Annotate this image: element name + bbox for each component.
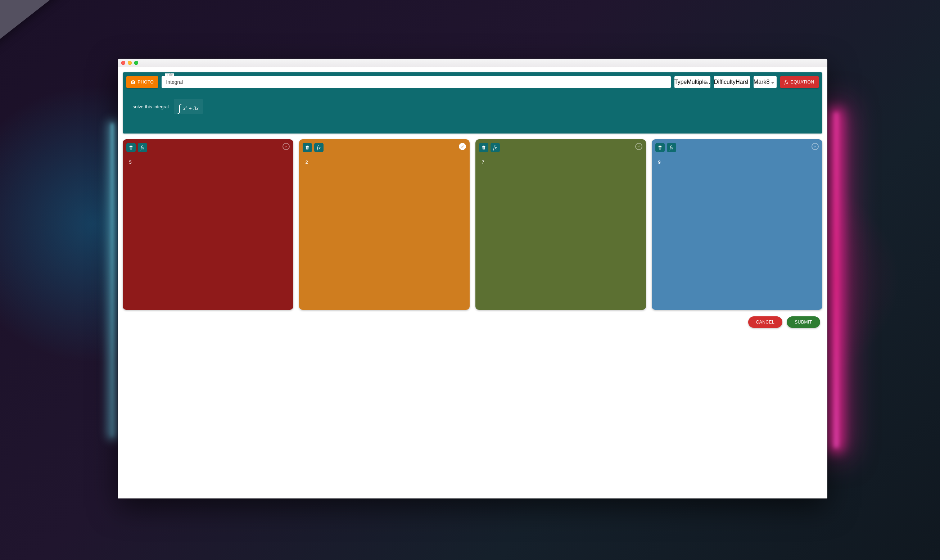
delete-icon[interactable]	[479, 143, 488, 152]
equation-button-label: EQUATION	[791, 80, 814, 85]
minimize-dot[interactable]	[128, 61, 132, 65]
answer-card[interactable]: fx5	[123, 139, 293, 310]
chevron-down-icon	[771, 79, 774, 85]
answer-value: 9	[655, 152, 819, 168]
chevron-down-icon	[744, 79, 748, 85]
question-body: solve this integral ∫ x2 + 3x	[126, 88, 819, 128]
equation-display: ∫ x2 + 3x	[174, 99, 203, 114]
card-header: fx	[655, 143, 819, 152]
equation-button[interactable]: fx EQUATION	[780, 76, 819, 88]
answer-card[interactable]: fx7	[475, 139, 646, 310]
camera-icon	[131, 80, 136, 84]
difficulty-value: Hard	[735, 79, 750, 85]
check-circle-icon[interactable]	[812, 143, 819, 150]
footer-actions: CANCEL SUBMIT	[123, 310, 822, 329]
title-field[interactable]: Title	[162, 76, 671, 88]
app-window: PHOTO Title Type Multiple… Difficulty Ha…	[118, 58, 827, 498]
check-circle-icon[interactable]	[635, 143, 642, 150]
delete-icon[interactable]	[126, 143, 136, 152]
correct-check-icon[interactable]	[459, 143, 466, 150]
mark-select[interactable]: Mark 8	[754, 76, 777, 88]
question-toolbar: PHOTO Title Type Multiple… Difficulty Ha…	[126, 76, 819, 88]
fx-icon[interactable]: fx	[314, 143, 323, 152]
cancel-button[interactable]: CANCEL	[748, 316, 783, 328]
chevron-down-icon	[705, 79, 708, 85]
delete-icon[interactable]	[655, 143, 665, 152]
answer-value: 2	[303, 152, 466, 168]
answer-card[interactable]: fx2	[299, 139, 470, 310]
fx-icon[interactable]: fx	[138, 143, 147, 152]
photo-button[interactable]: PHOTO	[126, 76, 158, 88]
submit-button[interactable]: SUBMIT	[787, 316, 820, 328]
close-dot[interactable]	[121, 61, 125, 65]
card-header: fx	[126, 143, 290, 152]
answer-value: 7	[479, 152, 642, 168]
card-header: fx	[303, 143, 466, 152]
type-select[interactable]: Type Multiple…	[674, 76, 711, 88]
card-header: fx	[479, 143, 642, 152]
question-prompt: solve this integral	[133, 104, 169, 109]
window-titlebar	[118, 58, 827, 67]
fx-icon[interactable]: fx	[491, 143, 500, 152]
check-circle-icon[interactable]	[283, 143, 290, 150]
answers-grid: fx5fx2fx7fx9	[123, 139, 822, 310]
answer-value: 5	[126, 152, 290, 168]
type-label: Type	[674, 79, 687, 85]
mark-label: Mark	[754, 79, 766, 85]
maximize-dot[interactable]	[134, 61, 138, 65]
question-panel: PHOTO Title Type Multiple… Difficulty Ha…	[123, 72, 822, 134]
title-label: Title	[165, 74, 174, 77]
photo-button-label: PHOTO	[138, 80, 154, 85]
content-area: PHOTO Title Type Multiple… Difficulty Ha…	[118, 67, 827, 498]
answer-card[interactable]: fx9	[652, 139, 822, 310]
title-input[interactable]	[162, 76, 671, 88]
fx-icon: fx	[785, 79, 789, 85]
difficulty-select[interactable]: Difficulty Hard	[714, 76, 750, 88]
glow-left	[111, 123, 114, 437]
fx-icon[interactable]: fx	[667, 143, 676, 152]
glow-right	[834, 112, 838, 448]
difficulty-label: Difficulty	[714, 79, 735, 85]
delete-icon[interactable]	[303, 143, 312, 152]
